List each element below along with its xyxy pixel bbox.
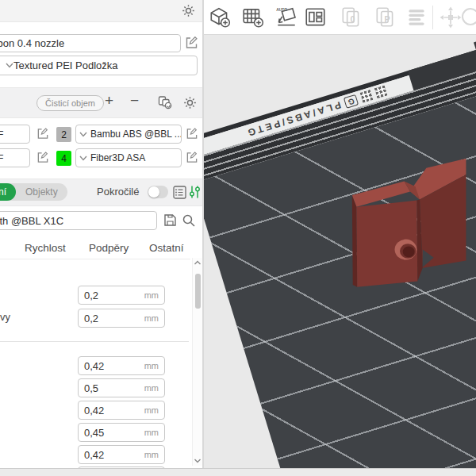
filament-name-field[interactable]: CF [0, 148, 30, 167]
filament-settings-gear-icon[interactable] [183, 96, 197, 109]
wipe-volume-label: Čisticí objem [45, 98, 95, 108]
process-preset-field[interactable]: ngth @BBL X1C [0, 211, 157, 230]
setting-value: 0,2 [84, 290, 98, 301]
chevron-down-icon [79, 132, 87, 137]
edit-filament-icon[interactable] [36, 152, 49, 164]
edit-filament-preset-icon[interactable] [186, 128, 198, 140]
split-to-parts-icon[interactable]: P [374, 6, 397, 29]
divider [0, 259, 190, 259]
filament-name-field[interactable]: CF [0, 125, 30, 144]
save-preset-icon[interactable] [163, 213, 177, 227]
move-tool-icon[interactable] [439, 6, 463, 29]
tab-speed[interactable]: Rychlost [25, 242, 66, 254]
filament-slot-badge[interactable]: 2 [56, 127, 71, 142]
wipe-volume-button[interactable]: Čisticí objem [36, 95, 104, 111]
filament-preset-value: Bambu ABS @BBL ... [90, 129, 182, 140]
setting-input[interactable]: 0,45 mm [78, 423, 165, 442]
setting-value: 0,45 [84, 427, 104, 439]
tune-sliders-icon[interactable] [189, 185, 201, 199]
filament-preset-value: Fiber3D ASA [90, 152, 145, 163]
search-icon[interactable] [182, 213, 196, 228]
advanced-toggle[interactable] [148, 186, 168, 198]
view-mode-segmented-control: ní Objekty [0, 183, 67, 201]
setting-input[interactable]: 0,42 mm [78, 401, 165, 420]
add-object-icon[interactable] [208, 6, 232, 29]
setting-unit: mm [144, 405, 159, 415]
viewport: AUTO 0 [204, 0, 476, 476]
filament-section-header: Čisticí objem + − [0, 87, 204, 118]
svg-text:0: 0 [350, 14, 355, 24]
global-settings-gear-icon[interactable] [182, 4, 195, 17]
printer-preset-value: arbon 0.4 nozzle [0, 37, 64, 49]
panel-topbar [0, 0, 204, 22]
setting-input[interactable]: 0,42 mm [78, 356, 165, 375]
setting-unit: mm [144, 450, 159, 459]
setting-label: vy [0, 311, 10, 323]
setting-input[interactable]: 0,5 mm [78, 378, 165, 397]
arrange-icon[interactable] [304, 6, 328, 29]
tab-supports[interactable]: Podpěry [89, 242, 129, 254]
add-plate-icon[interactable] [241, 6, 265, 29]
edit-printer-preset-icon[interactable] [185, 36, 198, 50]
filament-row: CF 2 Bambu ABS @BBL ... [0, 125, 204, 145]
setting-value: 0,5 [84, 382, 98, 394]
setting-value: 0,42 [84, 449, 104, 461]
settings-scrollbar[interactable] [192, 258, 203, 466]
3d-scene[interactable]: G PLA/ABS/PETG [204, 35, 476, 476]
svg-text:P: P [384, 14, 390, 24]
scroll-down-icon[interactable] [194, 458, 202, 464]
setting-unit: mm [144, 428, 159, 437]
plate-type-dropdown[interactable]: Textured PEI Podložka [0, 56, 198, 75]
process-preset-value: ngth @BBL X1C [0, 215, 63, 227]
model-hole [403, 246, 415, 257]
viewport-toolbar: AUTO 0 [204, 0, 476, 35]
filament-name-value: CF [0, 129, 3, 140]
toolbar-divider [432, 6, 433, 29]
filament-slot-badge[interactable]: 4 [56, 151, 71, 166]
setting-input[interactable]: 0,2 mm [78, 286, 165, 305]
edit-filament-icon[interactable] [36, 128, 49, 140]
setting-value: 0,42 [84, 405, 104, 416]
scroll-up-icon[interactable] [194, 259, 202, 266]
setting-input[interactable]: 0,42 mm [78, 445, 165, 464]
tab-others[interactable]: Ostatní [149, 242, 184, 254]
filament-name-value: CF [0, 152, 3, 164]
setting-unit: mm [144, 361, 159, 370]
rotate-tool-icon[interactable] [462, 8, 476, 25]
setting-unit: mm [144, 383, 159, 393]
split-to-objects-icon[interactable]: 0 [340, 6, 363, 29]
plate-type-value: Textured PEI Podložka [13, 60, 118, 71]
setting-value: 0,2 [84, 313, 98, 324]
setting-unit: mm [144, 313, 159, 323]
setting-value: 0,42 [84, 360, 104, 372]
settings-panel: arbon 0.4 nozzle Textured PEI Podložka Č… [0, 0, 204, 476]
printed-model[interactable] [204, 35, 476, 476]
setting-unit: mm [144, 290, 159, 300]
process-section-header: ní Objekty Pokročilé [0, 178, 204, 206]
model-left-face [352, 196, 357, 287]
divider [0, 341, 189, 342]
filament-sync-icon[interactable] [158, 95, 172, 109]
filament-preset-dropdown[interactable]: Fiber3D ASA [75, 148, 182, 167]
bottom-bar [0, 468, 476, 476]
add-filament-button[interactable]: + [105, 90, 113, 111]
filament-preset-dropdown[interactable]: Bambu ABS @BBL ... [75, 125, 182, 144]
process-tabs: st Rychlost Podpěry Ostatní [0, 240, 204, 258]
chevron-down-icon [79, 155, 87, 161]
chevron-down-icon [6, 63, 13, 68]
tab-global[interactable]: ní [0, 183, 16, 201]
parameter-list-icon[interactable] [173, 186, 186, 199]
filament-row: CF 4 Fiber3D ASA [0, 148, 204, 169]
toggle-knob [148, 186, 159, 198]
advanced-label: Pokročilé [97, 186, 139, 198]
setting-input[interactable]: 0,2 mm [78, 309, 165, 328]
tab-objects[interactable]: Objekty [16, 183, 67, 201]
auto-orient-icon[interactable]: AUTO [274, 6, 298, 29]
slicer-app: arbon 0.4 nozzle Textured PEI Podložka Č… [0, 0, 476, 476]
scrollbar-thumb[interactable] [195, 274, 201, 309]
remove-filament-button[interactable]: − [130, 90, 139, 111]
layers-view-icon[interactable] [405, 6, 428, 29]
printer-preset-field[interactable]: arbon 0.4 nozzle [0, 34, 181, 52]
edit-filament-preset-icon[interactable] [186, 152, 198, 164]
